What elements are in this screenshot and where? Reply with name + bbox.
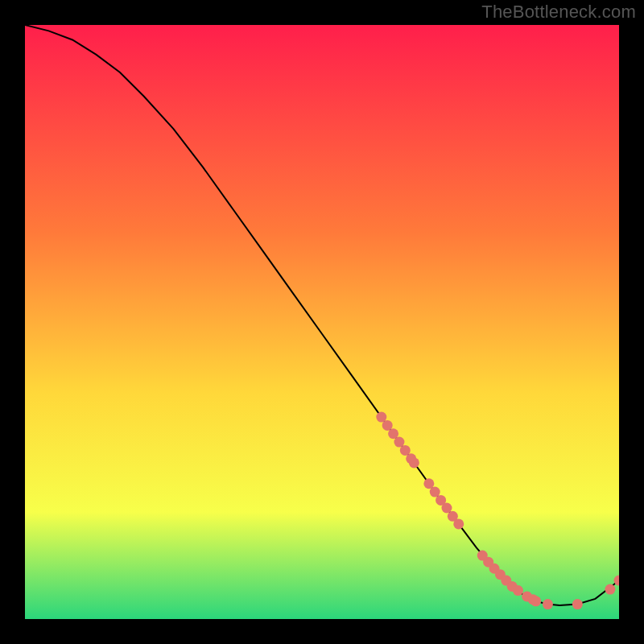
plot-area — [25, 25, 619, 619]
watermark-text: TheBottleneck.com — [481, 2, 636, 23]
data-marker — [543, 599, 553, 609]
gradient-bg — [25, 25, 619, 619]
data-marker — [530, 596, 541, 606]
data-marker — [409, 457, 419, 468]
chart-frame: TheBottleneck.com — [0, 0, 644, 644]
chart-svg — [25, 25, 619, 619]
data-marker — [605, 584, 615, 595]
data-marker — [572, 599, 583, 609]
data-marker — [513, 585, 523, 596]
data-marker — [453, 518, 464, 529]
